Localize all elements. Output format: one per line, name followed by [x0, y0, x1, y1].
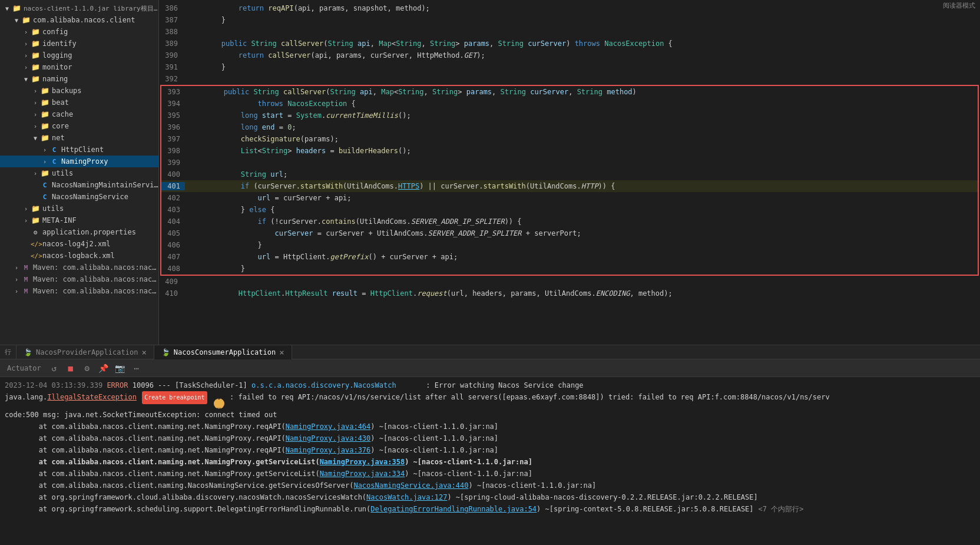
code-line-402: 402 url = curServer + api; [161, 192, 978, 204]
console-output[interactable]: 2023-12-04 03:13:39.339 ERROR 10096 --- … [0, 377, 980, 545]
tree-item-root[interactable]: ▼ 📁 nacos-client-1.1.0.jar library根目录 [0, 2, 158, 14]
stack-link-11[interactable]: DelegatingErrorHandlingRunnable.java:54 [370, 503, 537, 515]
maven-icon-1: M [21, 265, 31, 271]
line-num-406: 406 [161, 241, 185, 249]
code-text-400: String url; [185, 170, 287, 179]
tree-item-logging[interactable]: › 📁 logging [0, 49, 158, 61]
code-text-401: if (curServer.startsWith(UtilAndComs.HTT… [185, 182, 615, 190]
line-num-409: 409 [159, 278, 183, 286]
more-btn[interactable]: ⋯ [131, 362, 143, 374]
tree-item-meta-inf[interactable]: › 📁 META-INF [0, 214, 158, 226]
stack-link-7[interactable]: NamingProxy.java:358 [320, 456, 405, 468]
spring-icon-provider: 🍃 [24, 348, 32, 356]
tree-item-config[interactable]: › 📁 config [0, 26, 158, 38]
tree-item-identify[interactable]: › 📁 identify [0, 38, 158, 49]
code-text-407: url = HttpClient.getPrefix() + curServer… [185, 253, 458, 261]
tree-item-nacos-logback[interactable]: </> nacos-logback.xml [0, 250, 158, 262]
stop-btn[interactable]: ■ [65, 362, 77, 374]
tab-nacos-consumer[interactable]: 🍃 NacosConsumerApplication × [154, 345, 292, 359]
tree-item-core[interactable]: › 📁 core [0, 120, 158, 132]
tree-item-nacosnamingmaintain[interactable]: C NacosNamingMaintainService [0, 179, 158, 191]
xml-icon-logback: </> [31, 252, 40, 260]
stack-prefix-7: at com.alibaba.nacos.client.naming.net.N… [5, 456, 320, 468]
create-breakpoint-badge[interactable]: Create breakpoint [142, 391, 207, 404]
tree-item-utils[interactable]: › 📁 utils [0, 203, 158, 214]
tree-label-identify: identify [42, 39, 158, 48]
stack-link-10[interactable]: NacosWatch.java:127 [366, 491, 447, 503]
tree-item-naming[interactable]: ▼ 📁 naming [0, 73, 158, 85]
tree-item-monitor[interactable]: › 📁 monitor [0, 61, 158, 73]
bottom-toolbar: Actuator ↺ ■ ⚙ 📌 📷 ⋯ [0, 359, 980, 377]
tree-label-utils2: utils [52, 169, 158, 177]
code-line-386: 386 return reqAPI(api, params, snapshot,… [159, 2, 980, 14]
tree-item-maven1[interactable]: › M Maven: com.alibaba.nacos:nacos-clien… [0, 262, 158, 273]
class-icon-namingproxy: C [49, 158, 59, 166]
stack-link-5[interactable]: NamingProxy.java:430 [286, 432, 371, 444]
cosy-badge[interactable]: Cosy [214, 398, 224, 409]
restart-btn[interactable]: ↺ [48, 362, 60, 374]
tree-item-maven2[interactable]: › M Maven: com.alibaba.nacos:nacos-clien… [0, 273, 158, 285]
internal-frames-badge: <7 个内部行> [759, 503, 804, 515]
tree-arrow-maven1: › [12, 265, 21, 271]
folder-icon-backups: 📁 [40, 87, 49, 95]
settings-btn[interactable]: ⚙ [81, 362, 93, 374]
tree-item-namingproxy[interactable]: › C NamingProxy [0, 156, 158, 167]
class-icon-nacosnamingservice: C [40, 193, 49, 201]
tree-item-beat[interactable]: › 📁 beat [0, 97, 158, 108]
stack-link-4[interactable]: NamingProxy.java:464 [286, 421, 371, 432]
line-num-387: 387 [159, 16, 183, 24]
stack-link-9[interactable]: NacosNamingService.java:440 [353, 480, 468, 491]
close-tab-consumer[interactable]: × [279, 348, 284, 357]
tree-item-app-props[interactable]: ⚙ application.properties [0, 226, 158, 238]
code-msg-3: code:500 msg: java.net.SocketTimeoutExce… [5, 409, 277, 421]
console-line-2: java.lang. IllegalStateException Create … [5, 391, 975, 409]
stack-prefix-6: at com.alibaba.nacos.client.naming.net.N… [5, 444, 286, 456]
exception-link-2[interactable]: IllegalStateException [47, 391, 137, 403]
tab-nacos-provider[interactable]: 🍃 NacosProviderApplication × [16, 345, 154, 359]
code-line-390: 390 return callServer(api, params, curSe… [159, 49, 980, 61]
code-line-398: 398 List<String> headers = builderHeader… [161, 145, 978, 157]
tree-item-cache[interactable]: › 📁 cache [0, 108, 158, 120]
stack-prefix-5: at com.alibaba.nacos.client.naming.net.N… [5, 432, 286, 444]
line-num-396: 396 [161, 123, 185, 131]
editor-area: 阅读器模式 386 return reqAPI(api, params, sna… [159, 0, 980, 345]
line-num-399: 399 [161, 158, 185, 167]
tree-item-nacosnamingservice[interactable]: C NacosNamingService [0, 191, 158, 203]
tree-label-nacos-logback: nacos-logback.xml [42, 252, 158, 260]
tree-label-meta-inf: META-INF [42, 216, 158, 224]
tree-item-utils2[interactable]: › 📁 utils [0, 167, 158, 179]
code-line-406: 406 } [161, 239, 978, 251]
pin-btn[interactable]: 📌 [98, 362, 110, 374]
stack-link-8[interactable]: NamingProxy.java:334 [320, 468, 405, 480]
actuator-btn[interactable]: Actuator [5, 362, 44, 374]
code-text-404: if (!curServer.contains(UtilAndComs.SERV… [185, 217, 522, 226]
tree-item-httpclient[interactable]: › C HttpClient [0, 144, 158, 156]
tree-arrow-net: ▼ [31, 135, 40, 141]
stack-link-6[interactable]: NamingProxy.java:376 [286, 444, 371, 456]
timestamp-1: 2023-12-04 03:13:39.339 [5, 379, 107, 391]
tree-label-naming: naming [42, 75, 158, 83]
props-icon: ⚙ [31, 229, 40, 236]
tree-arrow-identify: › [21, 41, 31, 47]
tree-item-net[interactable]: ▼ 📁 net [0, 132, 158, 144]
stack-prefix-8: at com.alibaba.nacos.client.naming.net.N… [5, 468, 320, 480]
tree-item-com[interactable]: ▼ 📁 com.alibaba.nacos.client [0, 14, 158, 26]
console-line-7: at com.alibaba.nacos.client.naming.net.N… [5, 456, 975, 468]
line-num-404: 404 [161, 217, 185, 226]
folder-icon-naming: 📁 [31, 75, 40, 83]
tree-label-nacos-log4j2: nacos-log4j2.xml [42, 240, 158, 248]
class-link-1[interactable]: o.s.c.a.nacos.discovery.NacosWatch [251, 379, 396, 391]
code-text-405: curServer = curServer + UtilAndComs.SERV… [185, 229, 581, 237]
code-line-410: 410 HttpClient.HttpResult result = HttpC… [159, 288, 980, 299]
xml-icon-log4j2: </> [31, 240, 40, 248]
camera-btn[interactable]: 📷 [114, 362, 126, 374]
close-tab-provider[interactable]: × [141, 348, 146, 357]
tree-item-nacos-log4j2[interactable]: </> nacos-log4j2.xml [0, 238, 158, 250]
tree-arrow-namingproxy: › [40, 158, 49, 165]
tree-arrow-cache: › [31, 111, 40, 118]
spring-icon-consumer: 🍃 [161, 348, 170, 356]
code-text-397: checkSignature(params); [185, 135, 339, 143]
tree-item-maven3[interactable]: › M Maven: com.alibaba.nacos:nacos-clien… [0, 285, 158, 297]
folder-icon-meta-inf: 📁 [31, 216, 40, 224]
tree-item-backups[interactable]: › 📁 backups [0, 85, 158, 97]
